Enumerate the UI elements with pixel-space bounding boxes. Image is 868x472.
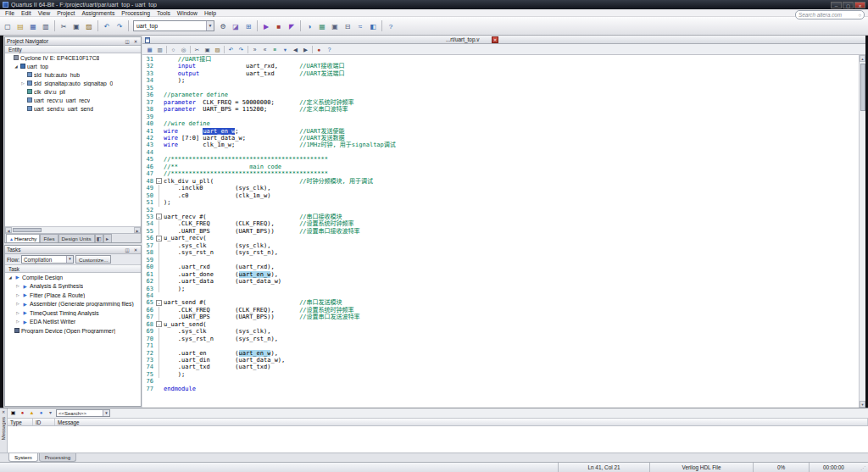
save-icon[interactable]: ▦ bbox=[145, 45, 154, 54]
entity-item[interactable]: clk_div:u_pll bbox=[5, 87, 141, 96]
customize-button[interactable]: Customize... bbox=[75, 255, 111, 264]
code-line[interactable]: 69 .sys_clk (sys_clk), bbox=[142, 328, 859, 335]
open-file-icon[interactable]: ▤ bbox=[14, 20, 26, 32]
all-messages-filter-icon[interactable]: ▣ bbox=[9, 409, 17, 417]
vscroll-thumb[interactable] bbox=[860, 64, 865, 111]
outdent-icon[interactable]: « bbox=[260, 45, 270, 54]
replace-icon[interactable]: ◎ bbox=[179, 45, 188, 54]
fold-collapse-icon[interactable]: - bbox=[156, 235, 164, 242]
menu-tools[interactable]: Tools bbox=[153, 9, 174, 17]
code-line[interactable]: 49 .inclk0 (sys_clk), bbox=[142, 185, 859, 192]
task-item[interactable]: ▷▶Analysis & Synthesis bbox=[5, 282, 141, 292]
code-line[interactable]: 40//wire define bbox=[142, 120, 859, 127]
code-line[interactable]: 63 ); bbox=[142, 286, 859, 292]
undo-icon[interactable]: ↶ bbox=[101, 20, 113, 32]
paste-icon[interactable]: ▨ bbox=[213, 45, 222, 54]
code-line[interactable]: 74 .uart_txd (uart_txd) bbox=[142, 364, 859, 370]
analysis-synthesis-icon[interactable]: ◤ bbox=[286, 20, 298, 32]
warning-filter-icon[interactable]: ▲ bbox=[28, 409, 36, 417]
task-item[interactable]: ▷▶Assembler (Generate programming files) bbox=[5, 300, 141, 309]
copy-icon[interactable]: ▣ bbox=[203, 45, 212, 54]
print-icon[interactable]: ▥ bbox=[40, 20, 52, 32]
close-panel-icon[interactable]: ✕ bbox=[132, 247, 139, 253]
help-icon[interactable]: ? bbox=[385, 20, 397, 32]
help-icon[interactable]: ? bbox=[325, 45, 334, 54]
code-line[interactable]: 52 bbox=[142, 207, 859, 214]
code-line[interactable]: 70 .sys_rst_n (sys_rst_n), bbox=[142, 336, 859, 342]
prev-bookmark-icon[interactable]: ◀ bbox=[291, 45, 300, 54]
scroll-left-icon[interactable]: ◀ bbox=[5, 227, 12, 233]
signaltap-icon[interactable]: ≈ bbox=[354, 20, 366, 32]
code-line[interactable]: 36//parameter define bbox=[142, 92, 859, 98]
menu-window[interactable]: Window bbox=[174, 9, 201, 17]
code-lines[interactable]: 31 //UART接口32 input uart_rxd, //UART接收端口… bbox=[142, 55, 859, 408]
code-line[interactable]: 45//************************************… bbox=[142, 156, 859, 163]
expand-icon[interactable]: ▷ bbox=[15, 293, 20, 297]
close-panel-icon[interactable]: ✕ bbox=[132, 39, 139, 44]
fold-collapse-icon[interactable]: - bbox=[156, 178, 164, 185]
code-line[interactable]: 50 .c0 (clk_1m_w) bbox=[142, 192, 859, 199]
code-line[interactable]: 37parameter CLK_FREQ = 50000000; //定义系统时… bbox=[142, 99, 859, 106]
code-line[interactable]: 76 bbox=[142, 378, 859, 385]
programmer-icon[interactable]: ⊟ bbox=[342, 20, 353, 32]
code-line[interactable]: 32 input uart_rxd, //UART接收端口 bbox=[142, 63, 859, 69]
task-item[interactable]: ▷▶TimeQuest Timing Analysis bbox=[5, 308, 141, 318]
paste-icon[interactable]: ▨ bbox=[83, 20, 95, 32]
code-line[interactable]: 71 bbox=[142, 342, 859, 349]
code-line[interactable]: 47//************************************… bbox=[142, 170, 859, 177]
message-search-input[interactable]: <<Search>> ▼ bbox=[56, 409, 110, 417]
task-item[interactable]: Program Device (Open Programmer) bbox=[5, 326, 141, 336]
chevron-down-icon[interactable]: ▼ bbox=[206, 21, 214, 31]
expand-icon[interactable]: ▷ bbox=[15, 311, 20, 315]
pin-planner-icon[interactable]: ⊞ bbox=[242, 20, 254, 32]
cut-icon[interactable]: ✂ bbox=[192, 45, 202, 54]
code-line[interactable]: 68-u_uart_send( bbox=[142, 321, 859, 328]
code-line[interactable]: 35 bbox=[142, 85, 859, 92]
menu-processing[interactable]: Processing bbox=[118, 9, 153, 17]
resize-grip[interactable]: ⋰ bbox=[858, 464, 868, 470]
collapse-icon[interactable]: ◢ bbox=[14, 64, 19, 69]
code-line[interactable]: 75 ); bbox=[142, 371, 859, 378]
print-icon[interactable]: ▥ bbox=[155, 45, 164, 54]
code-line[interactable]: 56-u_uart_recv( bbox=[142, 235, 859, 242]
hscroll-thumb[interactable] bbox=[13, 228, 42, 232]
start-compilation-icon[interactable]: ▶ bbox=[260, 20, 272, 32]
bookmark-icon[interactable]: ▾ bbox=[281, 45, 290, 54]
task-item[interactable]: ▷▶EDA Netlist Writer bbox=[5, 318, 141, 327]
expand-icon[interactable]: ▷ bbox=[15, 319, 20, 324]
code-line[interactable]: 42wire [7:0] uart_data_w; //UART发送数据 bbox=[142, 135, 859, 142]
flag-filter-icon[interactable]: ▾ bbox=[47, 409, 54, 417]
navigator-hscrollbar[interactable]: ◀ ▶ bbox=[5, 226, 141, 233]
code-line[interactable]: 65-uart_send #( //串口发送模块 bbox=[142, 299, 859, 306]
cut-icon[interactable]: ✂ bbox=[58, 20, 70, 32]
chip-planner-icon[interactable]: ▣ bbox=[329, 20, 341, 32]
fold-collapse-icon[interactable]: - bbox=[156, 321, 164, 328]
code-line[interactable]: 55 .UART_BPS (UART_BPS)) //设置串口接收波特率 bbox=[142, 228, 859, 235]
code-line[interactable]: 48-clk_div u_pll( //时钟分频模块, 用于调试 bbox=[142, 178, 859, 185]
entity-item[interactable]: uart_send:u_uart_send bbox=[5, 104, 141, 113]
code-line[interactable]: 39 bbox=[142, 114, 859, 120]
message-column-type[interactable]: Type bbox=[8, 419, 33, 425]
code-line[interactable]: 34 ); bbox=[142, 77, 859, 84]
menu-assignments[interactable]: Assignments bbox=[78, 9, 118, 17]
entity-item[interactable]: Cyclone IV E: EP4CE10F17C8 bbox=[5, 53, 141, 62]
menu-file[interactable]: File bbox=[2, 9, 18, 17]
message-list[interactable] bbox=[8, 426, 868, 453]
editor-vscrollbar[interactable]: ▲ ▼ bbox=[859, 55, 865, 408]
entity-item[interactable]: sld_hub:auto_hub bbox=[5, 70, 141, 79]
comment-icon[interactable]: ≡ bbox=[270, 45, 280, 54]
assignment-editor-icon[interactable]: ◪ bbox=[230, 20, 242, 32]
entity-item[interactable]: ▷sld_signaltap:auto_signaltap_0 bbox=[5, 79, 141, 87]
navigator-overflow-tab[interactable]: ▸ bbox=[103, 234, 112, 242]
code-line[interactable]: 60 .uart_rxd (uart_rxd), bbox=[142, 264, 859, 270]
entity-item[interactable]: uart_recv:u_uart_recv bbox=[5, 96, 141, 104]
code-line[interactable]: 51); bbox=[142, 199, 859, 206]
code-line[interactable]: 59 bbox=[142, 257, 859, 264]
messages-tab-system[interactable]: System bbox=[8, 453, 38, 462]
hscroll-track[interactable] bbox=[12, 227, 134, 233]
system-console-icon[interactable]: ◧ bbox=[367, 20, 379, 32]
copy-icon[interactable]: ▣ bbox=[70, 20, 82, 32]
message-column-message[interactable]: Message bbox=[55, 419, 868, 425]
code-line[interactable]: 64 bbox=[142, 292, 859, 299]
code-line[interactable]: 41wire uart_en_w; //UART发送使能 bbox=[142, 128, 859, 135]
